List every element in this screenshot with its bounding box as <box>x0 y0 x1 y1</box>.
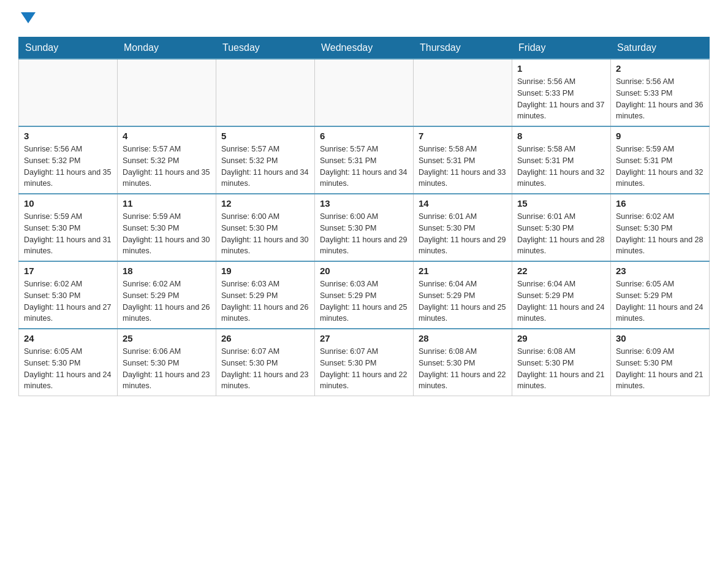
day-info: Sunrise: 6:03 AMSunset: 5:29 PMDaylight:… <box>221 278 309 324</box>
calendar-cell: 29Sunrise: 6:08 AMSunset: 5:30 PMDayligh… <box>512 329 611 396</box>
calendar-cell: 19Sunrise: 6:03 AMSunset: 5:29 PMDayligh… <box>216 261 315 329</box>
day-info: Sunrise: 6:07 AMSunset: 5:30 PMDaylight:… <box>320 346 408 392</box>
day-number: 10 <box>24 198 112 209</box>
day-number: 22 <box>517 266 605 276</box>
calendar-cell: 25Sunrise: 6:06 AMSunset: 5:30 PMDayligh… <box>118 329 216 396</box>
calendar-cell: 27Sunrise: 6:07 AMSunset: 5:30 PMDayligh… <box>315 329 414 396</box>
calendar-cell <box>118 59 216 126</box>
day-info: Sunrise: 6:02 AMSunset: 5:30 PMDaylight:… <box>616 211 704 257</box>
calendar-cell: 23Sunrise: 6:05 AMSunset: 5:29 PMDayligh… <box>611 261 710 329</box>
day-number: 30 <box>616 333 704 343</box>
day-info: Sunrise: 6:07 AMSunset: 5:30 PMDaylight:… <box>221 346 309 392</box>
weekday-header-monday: Monday <box>118 37 216 59</box>
day-info: Sunrise: 6:02 AMSunset: 5:30 PMDaylight:… <box>24 278 112 324</box>
day-info: Sunrise: 6:03 AMSunset: 5:29 PMDaylight:… <box>320 278 408 324</box>
logo <box>18 12 36 25</box>
day-info: Sunrise: 5:56 AMSunset: 5:33 PMDaylight:… <box>517 76 605 122</box>
calendar-cell: 10Sunrise: 5:59 AMSunset: 5:30 PMDayligh… <box>19 194 118 261</box>
day-info: Sunrise: 5:58 AMSunset: 5:31 PMDaylight:… <box>419 144 507 190</box>
day-number: 23 <box>616 266 704 276</box>
day-number: 26 <box>221 333 309 343</box>
calendar-cell: 30Sunrise: 6:09 AMSunset: 5:30 PMDayligh… <box>611 329 710 396</box>
day-number: 18 <box>123 266 211 276</box>
day-info: Sunrise: 6:05 AMSunset: 5:30 PMDaylight:… <box>24 346 112 392</box>
day-number: 7 <box>419 131 507 141</box>
day-number: 25 <box>123 333 211 343</box>
week-row-1: 1Sunrise: 5:56 AMSunset: 5:33 PMDaylight… <box>19 59 710 126</box>
day-number: 2 <box>616 63 704 74</box>
day-info: Sunrise: 6:06 AMSunset: 5:30 PMDaylight:… <box>123 346 211 392</box>
calendar-cell: 4Sunrise: 5:57 AMSunset: 5:32 PMDaylight… <box>118 126 216 194</box>
day-info: Sunrise: 6:01 AMSunset: 5:30 PMDaylight:… <box>517 211 605 257</box>
week-row-4: 17Sunrise: 6:02 AMSunset: 5:30 PMDayligh… <box>19 261 710 329</box>
weekday-header-sunday: Sunday <box>19 37 118 59</box>
calendar-cell: 15Sunrise: 6:01 AMSunset: 5:30 PMDayligh… <box>512 194 611 261</box>
weekday-header-saturday: Saturday <box>611 37 710 59</box>
week-row-2: 3Sunrise: 5:56 AMSunset: 5:32 PMDaylight… <box>19 126 710 194</box>
day-info: Sunrise: 6:00 AMSunset: 5:30 PMDaylight:… <box>320 211 408 257</box>
day-number: 11 <box>123 198 211 209</box>
calendar-cell: 2Sunrise: 5:56 AMSunset: 5:33 PMDaylight… <box>611 59 710 126</box>
calendar-cell: 6Sunrise: 5:57 AMSunset: 5:31 PMDaylight… <box>315 126 414 194</box>
calendar-cell <box>19 59 118 126</box>
calendar-cell <box>315 59 414 126</box>
calendar-cell: 24Sunrise: 6:05 AMSunset: 5:30 PMDayligh… <box>19 329 118 396</box>
day-info: Sunrise: 5:58 AMSunset: 5:31 PMDaylight:… <box>517 144 605 190</box>
calendar-cell: 14Sunrise: 6:01 AMSunset: 5:30 PMDayligh… <box>414 194 512 261</box>
day-number: 4 <box>123 131 211 141</box>
day-info: Sunrise: 6:04 AMSunset: 5:29 PMDaylight:… <box>419 278 507 324</box>
day-number: 16 <box>616 198 704 209</box>
day-number: 27 <box>320 333 408 343</box>
calendar-cell: 18Sunrise: 6:02 AMSunset: 5:29 PMDayligh… <box>118 261 216 329</box>
day-number: 28 <box>419 333 507 343</box>
day-number: 9 <box>616 131 704 141</box>
day-number: 6 <box>320 131 408 141</box>
day-number: 3 <box>24 131 112 141</box>
calendar-cell: 22Sunrise: 6:04 AMSunset: 5:29 PMDayligh… <box>512 261 611 329</box>
day-info: Sunrise: 6:00 AMSunset: 5:30 PMDaylight:… <box>221 211 309 257</box>
day-number: 12 <box>221 198 309 209</box>
calendar-cell <box>216 59 315 126</box>
calendar-cell: 28Sunrise: 6:08 AMSunset: 5:30 PMDayligh… <box>414 329 512 396</box>
calendar-cell: 20Sunrise: 6:03 AMSunset: 5:29 PMDayligh… <box>315 261 414 329</box>
day-info: Sunrise: 6:05 AMSunset: 5:29 PMDaylight:… <box>616 278 704 324</box>
weekday-header-thursday: Thursday <box>414 37 512 59</box>
calendar-cell: 5Sunrise: 5:57 AMSunset: 5:32 PMDaylight… <box>216 126 315 194</box>
day-info: Sunrise: 5:57 AMSunset: 5:32 PMDaylight:… <box>221 144 309 190</box>
calendar-cell: 12Sunrise: 6:00 AMSunset: 5:30 PMDayligh… <box>216 194 315 261</box>
day-info: Sunrise: 6:01 AMSunset: 5:30 PMDaylight:… <box>419 211 507 257</box>
day-info: Sunrise: 5:57 AMSunset: 5:31 PMDaylight:… <box>320 144 408 190</box>
weekday-header-row: SundayMondayTuesdayWednesdayThursdayFrid… <box>19 37 710 59</box>
calendar-cell: 7Sunrise: 5:58 AMSunset: 5:31 PMDaylight… <box>414 126 512 194</box>
calendar-cell: 3Sunrise: 5:56 AMSunset: 5:32 PMDaylight… <box>19 126 118 194</box>
day-info: Sunrise: 5:59 AMSunset: 5:30 PMDaylight:… <box>123 211 211 257</box>
day-info: Sunrise: 5:57 AMSunset: 5:32 PMDaylight:… <box>123 144 211 190</box>
day-number: 20 <box>320 266 408 276</box>
day-info: Sunrise: 6:08 AMSunset: 5:30 PMDaylight:… <box>419 346 507 392</box>
calendar-cell: 21Sunrise: 6:04 AMSunset: 5:29 PMDayligh… <box>414 261 512 329</box>
week-row-3: 10Sunrise: 5:59 AMSunset: 5:30 PMDayligh… <box>19 194 710 261</box>
day-info: Sunrise: 6:08 AMSunset: 5:30 PMDaylight:… <box>517 346 605 392</box>
day-number: 14 <box>419 198 507 209</box>
day-number: 15 <box>517 198 605 209</box>
calendar-cell: 16Sunrise: 6:02 AMSunset: 5:30 PMDayligh… <box>611 194 710 261</box>
day-info: Sunrise: 5:56 AMSunset: 5:33 PMDaylight:… <box>616 76 704 122</box>
calendar-cell: 1Sunrise: 5:56 AMSunset: 5:33 PMDaylight… <box>512 59 611 126</box>
calendar-cell: 8Sunrise: 5:58 AMSunset: 5:31 PMDaylight… <box>512 126 611 194</box>
day-number: 19 <box>221 266 309 276</box>
day-number: 29 <box>517 333 605 343</box>
day-number: 1 <box>517 63 605 74</box>
day-number: 8 <box>517 131 605 141</box>
weekday-header-tuesday: Tuesday <box>216 37 315 59</box>
logo-triangle-icon <box>21 12 36 23</box>
calendar-cell: 9Sunrise: 5:59 AMSunset: 5:31 PMDaylight… <box>611 126 710 194</box>
calendar-cell: 13Sunrise: 6:00 AMSunset: 5:30 PMDayligh… <box>315 194 414 261</box>
calendar-cell: 17Sunrise: 6:02 AMSunset: 5:30 PMDayligh… <box>19 261 118 329</box>
day-info: Sunrise: 5:59 AMSunset: 5:31 PMDaylight:… <box>616 144 704 190</box>
day-info: Sunrise: 6:02 AMSunset: 5:29 PMDaylight:… <box>123 278 211 324</box>
weekday-header-wednesday: Wednesday <box>315 37 414 59</box>
calendar-cell <box>414 59 512 126</box>
calendar-cell: 11Sunrise: 5:59 AMSunset: 5:30 PMDayligh… <box>118 194 216 261</box>
day-number: 5 <box>221 131 309 141</box>
day-number: 21 <box>419 266 507 276</box>
